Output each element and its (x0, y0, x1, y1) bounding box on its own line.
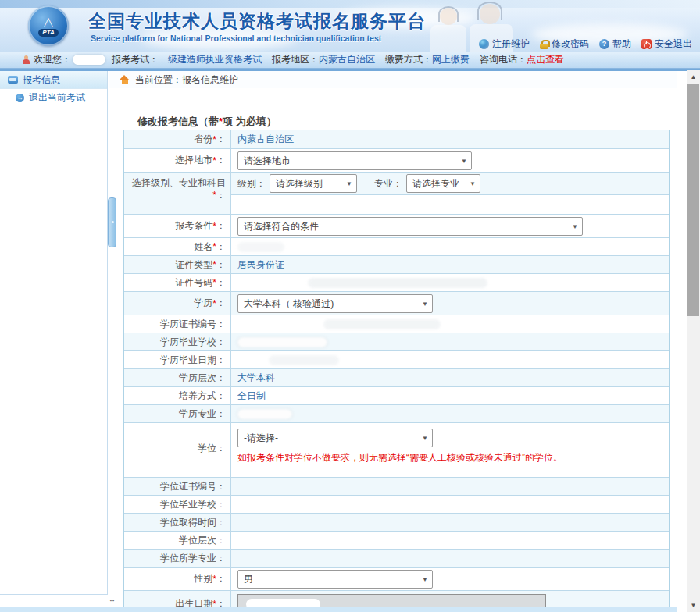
gender-label: 性别 (194, 572, 212, 585)
subject-subrow (231, 195, 669, 214)
arrow-circle-icon: → (16, 94, 24, 102)
form-row-edu-level: 学历层次： 大学本科 (124, 369, 669, 387)
payment-info: 缴费方式：网上缴费 (385, 53, 470, 66)
colon: ： (216, 372, 226, 385)
pta-logo: △ PTA (28, 5, 69, 46)
region-value: 内蒙古自治区 (319, 54, 375, 65)
colon: ： (216, 407, 226, 421)
hotline-info: 咨询电话：点击查看 (480, 53, 564, 66)
gender-select[interactable]: 男▼ (238, 570, 433, 589)
colon: ： (216, 297, 226, 310)
vertical-scrollbar[interactable]: ▲ ▼ (687, 70, 700, 612)
dropdown-arrow-icon: ▼ (572, 218, 578, 236)
site-title: 全国专业技术人员资格考试报名服务平台 (88, 9, 426, 34)
lock-icon (540, 40, 548, 49)
colon: ： (216, 154, 226, 167)
change-password-link[interactable]: 修改密码 (540, 37, 589, 51)
level-sublabel: 级别： (238, 177, 266, 190)
city-label: 选择地市 (175, 154, 212, 167)
form-row-edu-major: 学历专业： (124, 405, 669, 423)
id-type-label: 证件类型 (175, 258, 212, 272)
form-row-degree-level: 学位层次： (124, 532, 669, 550)
hotline-view-link[interactable]: 点击查看 (527, 54, 564, 65)
edu-major-label: 学历专业 (179, 407, 216, 421)
colon: ： (216, 354, 226, 367)
region-info: 报考地区：内蒙古自治区 (272, 53, 375, 66)
city-select[interactable]: 请选择地市▼ (238, 151, 472, 170)
exam-info: 报考考试：一级建造师执业资格考试 (112, 53, 262, 66)
colon: ： (216, 572, 226, 585)
id-number-label: 证件号码 (175, 276, 212, 290)
agent-head (480, 4, 500, 24)
colon: ： (216, 390, 226, 403)
form-title: 修改报考信息（带*项 为必填） (138, 115, 277, 129)
payment-value: 网上缴费 (432, 54, 470, 65)
form-row-degree-date: 学位取得时间： (124, 514, 669, 532)
dropdown-arrow-icon: ▼ (346, 175, 352, 193)
sidebar-item-label: 报考信息 (23, 73, 60, 87)
training-mode-label: 培养方式 (179, 390, 216, 403)
colon: ： (216, 336, 226, 349)
register-maintain-link[interactable]: 注册维护 (479, 37, 530, 51)
redacted-value (238, 337, 327, 347)
sidebar-item-exam-info[interactable]: 报考信息 (0, 71, 107, 89)
form-row-id-number: 证件号码*： (124, 274, 669, 292)
help-link[interactable]: ? 帮助 (599, 37, 631, 51)
colon: ： (216, 318, 226, 331)
redacted-username (73, 55, 105, 65)
hotline-label: 咨询电话： (480, 54, 527, 65)
colon: ： (216, 442, 226, 455)
header: △ PTA 全国专业技术人员资格考试报名服务平台 Service platfor… (0, 0, 700, 52)
level-major-subrow: 级别： 请选择级别▼ 专业： 请选择专业▼ (231, 173, 669, 195)
breadcrumb: 当前位置：报名信息维护 (109, 71, 677, 88)
colon: ： (216, 190, 226, 201)
header-top-band (0, 0, 700, 8)
redacted-value (238, 409, 292, 419)
degree-note: 如报考条件对学位不做要求，则无需选择“需要人工核验或核验未通过”的学位。 (238, 451, 669, 464)
home-icon (120, 75, 130, 84)
condition-select[interactable]: 请选择符合的条件▼ (238, 217, 583, 236)
page: △ PTA 全国专业技术人员资格考试报名服务平台 Service platfor… (0, 0, 700, 612)
edu-grad-date-label: 学历毕业日期 (160, 354, 216, 367)
scroll-down-button[interactable]: ▼ (687, 599, 700, 612)
colon: ： (216, 552, 226, 565)
education-select-value: 大学本科（ 核验通过) (244, 298, 334, 309)
form-row-id-type: 证件类型*： 居民身份证 (124, 256, 669, 274)
major-select-value: 请选择专业 (412, 178, 459, 189)
education-select[interactable]: 大学本科（ 核验通过)▼ (238, 294, 433, 313)
welcome-bar: 欢迎您： 报考考试：一级建造师执业资格考试 报考地区：内蒙古自治区 缴费方式：网… (0, 52, 700, 69)
colon: ： (216, 133, 226, 146)
logout-label: 安全退出 (655, 37, 692, 51)
birth-date-input[interactable] (238, 594, 546, 607)
logout-link[interactable]: 安全退出 (641, 37, 692, 51)
exam-value: 一级建造师执业资格考试 (159, 54, 262, 65)
footer-strip (0, 607, 677, 612)
dropdown-arrow-icon: ▼ (470, 175, 476, 193)
form-row-name: 姓名*： (124, 238, 669, 256)
degree-select-value: -请选择- (244, 432, 278, 443)
form-row-level-major-subject: 选择级别、专业和科目 *： 级别： 请选择级别▼ 专业： 请选择专业▼ (124, 173, 669, 215)
id-type-value: 居民身份证 (238, 258, 284, 272)
redacted-value (238, 242, 284, 252)
scrollbar-thumb[interactable] (688, 84, 699, 316)
major-select[interactable]: 请选择专业▼ (406, 174, 480, 193)
resize-handle-icon[interactable]: ↔ (109, 595, 116, 604)
city-select-value: 请选择地市 (244, 155, 291, 166)
colon: ： (216, 240, 226, 254)
level-major-label: 选择级别、专业和科目 (132, 177, 226, 188)
scroll-up-button[interactable]: ▲ (687, 70, 700, 84)
logo-triangle-icon: △ (44, 16, 53, 28)
sidebar: 报考信息 → 退出当前考试 (0, 71, 108, 595)
colon: ： (216, 480, 226, 493)
header-links: 注册维护 修改密码 ? 帮助 安全退出 (479, 37, 692, 51)
form-row-education: 学历*： 大学本科（ 核验通过)▼ (124, 292, 669, 315)
sidebar-collapse-handle[interactable] (108, 197, 116, 247)
sidebar-item-exit-exam[interactable]: → 退出当前考试 (0, 89, 107, 106)
degree-label: 学位 (198, 442, 216, 455)
level-select[interactable]: 请选择级别▼ (270, 174, 357, 193)
dropdown-arrow-icon: ▼ (422, 429, 428, 447)
colon: ： (216, 534, 226, 547)
colon: ： (216, 597, 226, 607)
logo-text: PTA (38, 29, 58, 37)
degree-select[interactable]: -请选择-▼ (238, 429, 433, 447)
